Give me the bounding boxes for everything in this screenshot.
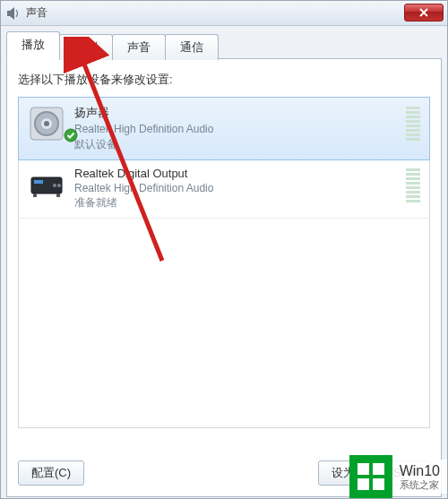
close-icon xyxy=(419,7,428,19)
svg-marker-1 xyxy=(10,7,14,20)
sound-dialog-window: 声音 播放 录制 声音 通信 选择以下播放设备来修改设置: xyxy=(0,0,448,499)
device-subtitle: Realtek High Definition Audio xyxy=(74,181,401,196)
svg-point-11 xyxy=(57,184,61,187)
tab-communications[interactable]: 通信 xyxy=(165,34,219,60)
level-meter xyxy=(406,107,420,141)
svg-rect-13 xyxy=(56,194,60,197)
device-subtitle: Realtek High Definition Audio xyxy=(74,122,401,137)
device-text: Realtek Digital Output Realtek High Defi… xyxy=(74,167,401,211)
device-name: 扬声器 xyxy=(74,105,401,121)
tab-panel-playback: 选择以下播放设备来修改设置: xyxy=(6,58,442,497)
tab-label: 录制 xyxy=(74,40,98,54)
svg-rect-12 xyxy=(33,194,37,197)
watermark-line2: 系统之家 xyxy=(400,479,440,490)
tab-strip: 播放 录制 声音 通信 xyxy=(6,31,442,59)
svg-point-10 xyxy=(53,184,56,187)
tab-playback[interactable]: 播放 xyxy=(6,31,60,59)
device-text: 扬声器 Realtek High Definition Audio 默认设备 xyxy=(74,105,401,152)
instruction-text: 选择以下播放设备来修改设置: xyxy=(18,72,430,88)
watermark-logo-icon xyxy=(349,455,392,498)
default-check-icon xyxy=(64,128,78,142)
svg-rect-15 xyxy=(358,463,369,475)
watermark-text: Win10 系统之家 xyxy=(392,460,447,494)
watermark-line1: Win10 xyxy=(400,463,440,479)
svg-rect-0 xyxy=(7,11,10,16)
device-status: 准备就绪 xyxy=(74,195,401,211)
svg-rect-17 xyxy=(358,478,369,490)
svg-rect-16 xyxy=(373,463,384,475)
tab-label: 通信 xyxy=(180,40,203,54)
svg-rect-8 xyxy=(31,177,62,194)
svg-rect-9 xyxy=(34,180,43,184)
watermark: Win10 系统之家 xyxy=(349,455,447,498)
window-title: 声音 xyxy=(26,5,47,21)
device-list[interactable]: 扬声器 Realtek High Definition Audio 默认设备 xyxy=(18,97,430,428)
tab-label: 声音 xyxy=(127,40,151,54)
level-meter xyxy=(406,168,420,202)
tab-label: 播放 xyxy=(22,38,45,51)
device-status: 默认设备 xyxy=(74,137,401,152)
button-label: 配置(C) xyxy=(31,465,71,481)
close-button[interactable] xyxy=(404,4,444,22)
speaker-icon xyxy=(28,105,65,142)
tab-recording[interactable]: 录制 xyxy=(59,34,113,60)
svg-rect-18 xyxy=(373,478,384,490)
device-item-speaker[interactable]: 扬声器 Realtek High Definition Audio 默认设备 xyxy=(18,97,430,160)
svg-point-6 xyxy=(44,121,49,126)
configure-button[interactable]: 配置(C) xyxy=(18,460,84,486)
device-name: Realtek Digital Output xyxy=(74,167,401,180)
tab-sounds[interactable]: 声音 xyxy=(112,34,166,60)
sound-icon xyxy=(6,6,21,21)
digital-output-icon xyxy=(28,167,65,204)
tab-area: 播放 录制 声音 通信 选择以下播放设备来修改设置: xyxy=(1,26,447,497)
titlebar: 声音 xyxy=(1,1,447,26)
device-item-digital-output[interactable]: Realtek Digital Output Realtek High Defi… xyxy=(19,159,429,219)
